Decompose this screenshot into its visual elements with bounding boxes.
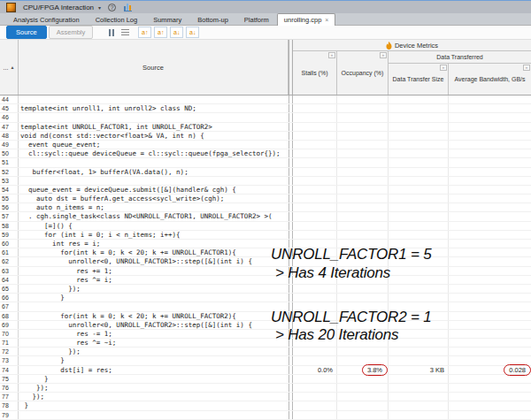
table-row[interactable]: 51 bbox=[0, 158, 531, 167]
stalls-column-header[interactable]: Stalls (%) » bbox=[293, 51, 337, 95]
table-row[interactable]: 46 bbox=[0, 113, 531, 122]
data-transfer-size-column-header[interactable]: Data Transfer Size » bbox=[389, 64, 449, 95]
source-code-cell: [=]() { bbox=[19, 222, 289, 230]
table-row[interactable]: 53 bbox=[0, 177, 531, 186]
expand-column-icon[interactable]: » bbox=[328, 52, 335, 58]
table-row[interactable]: 64 res ^= i; bbox=[0, 276, 531, 285]
source-code-cell: template<int UNROLL_FACTOR1, int UNROLL_… bbox=[19, 123, 289, 131]
analysis-type-title[interactable]: CPU/FPGA Interaction bbox=[23, 4, 94, 11]
average-bandwidth-value bbox=[449, 347, 531, 355]
table-row[interactable]: 54 queue_event = deviceQueue.submit([&](… bbox=[0, 186, 531, 195]
table-row[interactable]: 75 } bbox=[0, 375, 531, 384]
table-row[interactable]: 69 unroller<0, UNROLL_FACTOR2>::step([&]… bbox=[0, 321, 531, 330]
table-row[interactable]: 55 auto dst = bufferA.get_access<sycl_wr… bbox=[0, 195, 531, 203]
data-transfer-size-value bbox=[389, 168, 449, 176]
table-row[interactable]: 76 }); bbox=[0, 384, 531, 393]
table-row[interactable]: 61 for(int k = 0; k < 20; k += UNROLL_FA… bbox=[0, 248, 531, 257]
source-toggle-button[interactable]: Source bbox=[6, 26, 47, 39]
table-row[interactable]: 68 for(int k = 0; k < 20; k += UNROLL_FA… bbox=[0, 312, 531, 321]
source-code-cell: void nd(const std::vector<float>& VA, in… bbox=[19, 132, 289, 140]
average-bandwidth-value bbox=[449, 240, 531, 248]
table-row[interactable]: 78 } bbox=[0, 401, 531, 410]
jump-to-hottest-up-icon[interactable]: a↑ bbox=[138, 27, 151, 38]
table-row[interactable]: 74 dst[i] = res; 0.0% 3.8% 3 KB 0.028 bbox=[0, 366, 531, 375]
average-bandwidth-value bbox=[449, 411, 531, 419]
table-row[interactable]: 62 unroller<0, UNROLL_FACTOR1>::step([&]… bbox=[0, 257, 531, 266]
table-row[interactable]: 67 bbox=[0, 302, 531, 311]
occupancy-value bbox=[337, 168, 389, 176]
sort-ascending-icon: ▲ bbox=[10, 65, 14, 70]
line-number: 77 bbox=[0, 393, 19, 401]
table-row[interactable]: 50 cl::sycl::queue deviceQueue = cl::syc… bbox=[0, 149, 531, 158]
source-code-cell: template<int unroll1, int unroll2> class… bbox=[19, 104, 289, 112]
average-bandwidth-value bbox=[449, 257, 531, 265]
average-bandwidth-value bbox=[449, 177, 531, 185]
occupancy-value bbox=[337, 294, 389, 302]
occupancy-value bbox=[337, 231, 389, 239]
source-code-cell: event queue_event; bbox=[19, 141, 289, 149]
table-row[interactable]: 45 template<int unroll1, int unroll2> cl… bbox=[0, 104, 531, 113]
table-row[interactable]: 65 }); bbox=[0, 285, 531, 294]
menu-icon[interactable] bbox=[121, 29, 129, 36]
average-bandwidth-column-header[interactable]: Average Bandwidth, GB/s » bbox=[449, 64, 531, 95]
average-bandwidth-value bbox=[449, 158, 531, 166]
tab-analysis-configuration[interactable]: Analysis Configuration bbox=[5, 13, 88, 25]
occupancy-column-header[interactable]: Occupancy (%) » bbox=[337, 51, 389, 95]
prev-hot-line-icon[interactable]: a↑ bbox=[154, 27, 167, 38]
table-row[interactable]: 79 bbox=[0, 411, 531, 420]
assembly-toggle-button[interactable]: Assembly bbox=[49, 26, 94, 39]
tab-unrolling-cpp[interactable]: unrolling.cpp × bbox=[277, 13, 336, 26]
line-number: 74 bbox=[0, 366, 19, 374]
help-icon[interactable]: ? bbox=[108, 4, 116, 11]
line-number: 57 bbox=[0, 212, 19, 220]
table-row[interactable]: 47 template<int UNROLL_FACTOR1, int UNRO… bbox=[0, 123, 531, 132]
table-row[interactable]: 56 auto n_items = n; bbox=[0, 203, 531, 212]
expand-column-icon[interactable]: » bbox=[523, 65, 530, 71]
table-row[interactable]: 72 }); bbox=[0, 347, 531, 356]
source-code-cell: auto n_items = n; bbox=[19, 203, 289, 211]
table-row[interactable]: 63 res += 1; bbox=[0, 267, 531, 276]
compare-results-icon[interactable] bbox=[124, 3, 133, 11]
next-hot-line-icon[interactable]: a↓ bbox=[170, 27, 183, 38]
tab-summary[interactable]: Summary bbox=[145, 13, 189, 25]
table-row[interactable]: 57 . cgh.single_task<class ND<UNROLL_FAC… bbox=[0, 212, 531, 221]
table-row[interactable]: 70 res -= 1; bbox=[0, 330, 531, 339]
table-row[interactable]: 58 [=]() { bbox=[0, 222, 531, 231]
device-metrics-header[interactable]: Device Metrics bbox=[293, 40, 531, 51]
tab-collection-log[interactable]: Collection Log bbox=[88, 13, 146, 25]
table-row[interactable]: 71 res ^= ~i; bbox=[0, 339, 531, 347]
table-row[interactable]: 77 }); bbox=[0, 393, 531, 401]
table-row[interactable]: 73 } bbox=[0, 356, 531, 365]
table-row[interactable]: 60 int res = i; bbox=[0, 240, 531, 248]
pane-split-icon[interactable] bbox=[109, 29, 114, 36]
data-transferred-header[interactable]: Data Transferred bbox=[389, 51, 531, 64]
table-row[interactable]: 59 for (int i = 0; i < n_items; i++){ bbox=[0, 231, 531, 240]
source-column-header[interactable]: Source bbox=[19, 40, 289, 95]
occupancy-value bbox=[337, 203, 389, 211]
chevron-down-icon[interactable]: ▾ bbox=[98, 4, 101, 11]
table-row[interactable]: 49 event queue_event; bbox=[0, 141, 531, 149]
line-number: 71 bbox=[0, 339, 19, 347]
table-row[interactable]: 52 buffer<float, 1> bufferA(VA.data(), n… bbox=[0, 168, 531, 177]
expand-column-icon[interactable]: » bbox=[380, 52, 387, 58]
line-number: 52 bbox=[0, 168, 19, 176]
occupancy-value bbox=[337, 177, 389, 185]
table-row[interactable]: 66 } bbox=[0, 294, 531, 302]
line-number-column-header[interactable]: ... ▲ bbox=[0, 40, 19, 95]
occupancy-value bbox=[337, 285, 389, 293]
close-icon[interactable]: × bbox=[325, 17, 328, 23]
average-bandwidth-value bbox=[449, 132, 531, 140]
average-bandwidth-value bbox=[449, 123, 531, 131]
average-bandwidth-value bbox=[449, 267, 531, 275]
tab-platform[interactable]: Platform bbox=[236, 13, 277, 25]
jump-to-hottest-down-icon[interactable]: a↓ bbox=[186, 27, 199, 38]
result-tabbar: Analysis Configuration Collection Log Su… bbox=[0, 13, 531, 26]
line-number: 53 bbox=[0, 177, 19, 185]
average-bandwidth-value bbox=[449, 222, 531, 230]
tab-bottom-up[interactable]: Bottom-up bbox=[189, 13, 236, 25]
table-row[interactable]: 44 bbox=[0, 95, 531, 104]
table-row[interactable]: 48 void nd(const std::vector<float>& VA,… bbox=[0, 132, 531, 141]
source-code-cell: } bbox=[19, 401, 289, 409]
expand-column-icon[interactable]: » bbox=[440, 65, 447, 71]
line-number: 79 bbox=[0, 411, 19, 419]
